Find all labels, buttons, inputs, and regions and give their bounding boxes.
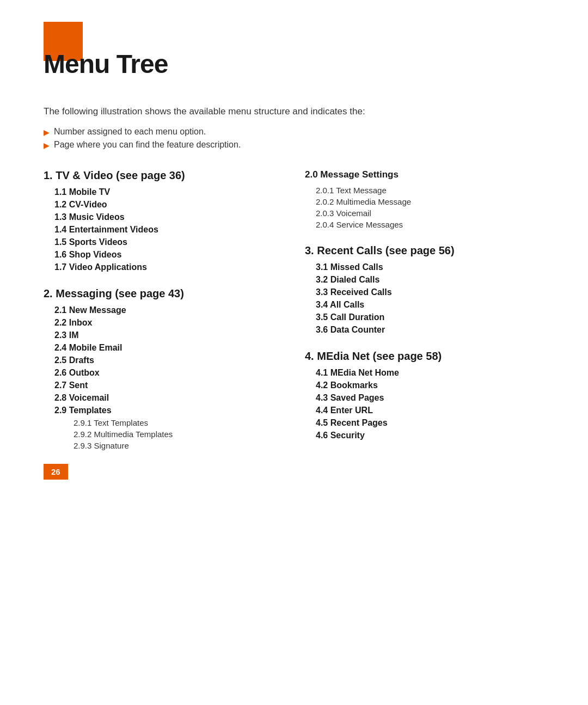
item-2-9-2: 2.9.2 Multimedia Templates	[74, 430, 272, 439]
page-title: Menu Tree	[44, 49, 544, 79]
section-heading-tv-video: 1. TV & Video (see page 36)	[44, 169, 272, 182]
item-2-9-1: 2.9.1 Text Templates	[74, 418, 272, 427]
item-1-2: 1.2 CV-Video	[54, 200, 272, 210]
page-number: 26	[44, 464, 68, 480]
item-4-4: 4.4 Enter URL	[316, 406, 544, 415]
bullet-item-1: ▶ Number assigned to each menu option.	[44, 127, 544, 137]
item-2-0-4: 2.0.4 Service Messages	[316, 220, 544, 229]
item-2-6: 2.6 Outbox	[54, 368, 272, 378]
item-4-3: 4.3 Saved Pages	[316, 393, 544, 403]
item-2-3: 2.3 IM	[54, 330, 272, 340]
item-3-5: 3.5 Call Duration	[316, 312, 544, 322]
item-2-0-1: 2.0.1 Text Message	[316, 186, 544, 195]
item-3-2: 3.2 Dialed Calls	[316, 275, 544, 285]
item-2-1: 2.1 New Message	[54, 305, 272, 315]
item-1-1: 1.1 Mobile TV	[54, 187, 272, 197]
item-2-0-2: 2.0.2 Multimedia Message	[316, 197, 544, 206]
item-1-4: 1.4 Entertainment Videos	[54, 225, 272, 235]
section-heading-recent-calls: 3. Recent Calls (see page 56)	[305, 244, 544, 257]
item-3-4: 3.4 All Calls	[316, 300, 544, 310]
item-2-2: 2.2 Inbox	[54, 318, 272, 328]
item-3-6: 3.6 Data Counter	[316, 325, 544, 335]
intro-bullets: ▶ Number assigned to each menu option. ▶…	[44, 127, 544, 150]
right-column: 2.0 Message Settings 2.0.1 Text Message …	[305, 169, 544, 443]
item-4-1: 4.1 MEdia Net Home	[316, 368, 544, 378]
section-heading-media-net: 4. MEdia Net (see page 58)	[305, 350, 544, 363]
item-3-1: 3.1 Missed Calls	[316, 262, 544, 272]
bullet-text-2: Page where you can find the feature desc…	[54, 140, 241, 150]
item-1-7: 1.7 Video Applications	[54, 262, 272, 272]
item-2-8: 2.8 Voicemail	[54, 393, 272, 403]
bullet-arrow-1: ▶	[44, 128, 50, 137]
item-2-0-3: 2.0.3 Voicemail	[316, 209, 544, 218]
item-1-5: 1.5 Sports Videos	[54, 237, 272, 247]
menu-columns: 1. TV & Video (see page 36) 1.1 Mobile T…	[44, 169, 544, 452]
item-1-3: 1.3 Music Videos	[54, 212, 272, 222]
left-column: 1. TV & Video (see page 36) 1.1 Mobile T…	[44, 169, 272, 452]
item-3-3: 3.3 Received Calls	[316, 287, 544, 297]
item-2-7: 2.7 Sent	[54, 381, 272, 390]
bullet-item-2: ▶ Page where you can find the feature de…	[44, 140, 544, 150]
page-footer: 26	[44, 464, 68, 480]
item-2-9-3: 2.9.3 Signature	[74, 441, 272, 450]
item-4-2: 4.2 Bookmarks	[316, 381, 544, 390]
bullet-text-1: Number assigned to each menu option.	[54, 127, 206, 137]
item-2-4: 2.4 Mobile Email	[54, 343, 272, 353]
intro-description: The following illustration shows the ava…	[44, 106, 544, 117]
section-heading-message-settings: 2.0 Message Settings	[305, 169, 544, 180]
bullet-arrow-2: ▶	[44, 141, 50, 150]
item-4-5: 4.5 Recent Pages	[316, 418, 544, 428]
item-1-6: 1.6 Shop Videos	[54, 250, 272, 260]
item-4-6: 4.6 Security	[316, 431, 544, 440]
item-2-5: 2.5 Drafts	[54, 355, 272, 365]
item-2-9: 2.9 Templates	[54, 406, 272, 415]
section-heading-messaging: 2. Messaging (see page 43)	[44, 287, 272, 300]
